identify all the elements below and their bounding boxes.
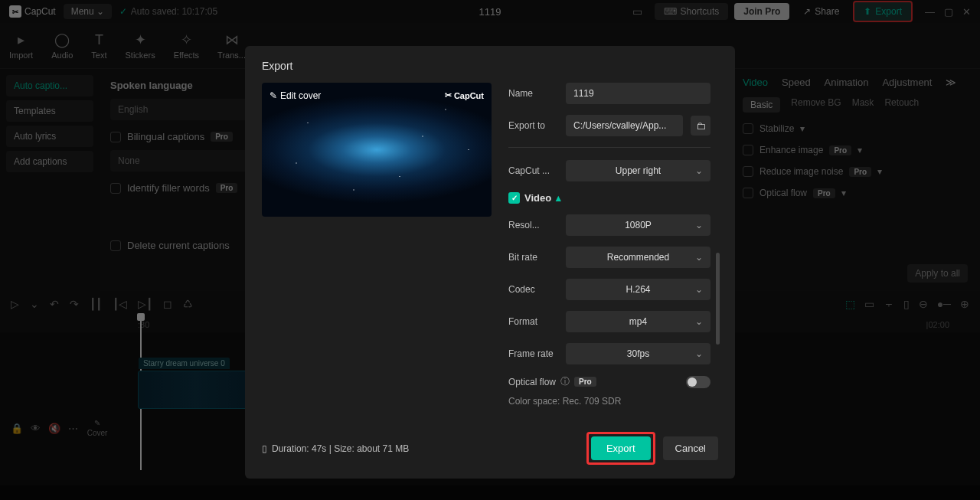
chevron-up-icon: ▴	[556, 192, 561, 204]
capcut-icon: ✂	[445, 90, 452, 100]
check-icon: ✓	[508, 192, 520, 204]
name-row: Name	[508, 83, 710, 104]
framerate-select[interactable]: 30fps	[566, 343, 710, 364]
bitrate-select[interactable]: Recommended	[566, 247, 710, 268]
codec-row: Codec H.264	[508, 279, 710, 300]
folder-icon[interactable]: 🗀	[691, 116, 710, 136]
duration-info: ▯ Duration: 47s | Size: about 71 MB	[262, 443, 409, 454]
divider	[508, 147, 710, 148]
framerate-row: Frame rate 30fps	[508, 343, 710, 364]
capcut-label: CapCut ...	[508, 165, 558, 176]
export-confirm-button[interactable]: Export	[591, 436, 651, 460]
pro-badge: Pro	[574, 377, 596, 387]
exportto-row: Export to C:/Users/cvalley/App... 🗀	[508, 115, 710, 136]
video-section-header[interactable]: ✓ Video ▴	[508, 192, 710, 204]
scrollbar[interactable]	[716, 253, 720, 345]
opticalflow-row: Optical flow ⓘ Pro	[508, 375, 710, 388]
pencil-icon: ✎	[270, 90, 277, 101]
stars-overlay	[262, 83, 492, 217]
modal-title: Export	[262, 60, 718, 72]
watermark: ✂ CapCut	[445, 90, 484, 100]
codec-label: Codec	[508, 284, 558, 295]
export-highlight: Export	[586, 432, 655, 465]
exportto-path: C:/Users/cvalley/App...	[566, 115, 683, 136]
export-modal: Export ✎ Edit cover ✂ CapCut Name Exp	[245, 46, 735, 479]
resolution-label: Resol...	[508, 220, 558, 230]
optical-toggle[interactable]	[686, 376, 710, 388]
exportto-label: Export to	[508, 120, 558, 131]
bitrate-row: Bit rate Recommended	[508, 247, 710, 268]
format-select[interactable]: mp4	[566, 311, 710, 332]
cover-preview[interactable]: ✎ Edit cover ✂ CapCut	[262, 83, 492, 217]
footer-buttons: Export Cancel	[586, 432, 718, 465]
optical-left: Optical flow ⓘ Pro	[508, 375, 596, 388]
modal-footer: ▯ Duration: 47s | Size: about 71 MB Expo…	[262, 421, 718, 465]
film-icon: ▯	[262, 443, 267, 454]
codec-select[interactable]: H.264	[566, 279, 710, 300]
framerate-label: Frame rate	[508, 348, 558, 359]
info-icon[interactable]: ⓘ	[560, 375, 570, 388]
resolution-row: Resol... 1080P	[508, 214, 710, 236]
resolution-select[interactable]: 1080P	[566, 214, 710, 236]
cancel-button[interactable]: Cancel	[663, 436, 718, 460]
edit-cover-button[interactable]: ✎ Edit cover	[270, 90, 321, 101]
capcut-wm-row: CapCut ... Upper right	[508, 160, 710, 181]
export-form: Name Export to C:/Users/cvalley/App... 🗀…	[508, 83, 718, 421]
format-row: Format mp4	[508, 311, 710, 332]
bitrate-label: Bit rate	[508, 252, 558, 263]
format-label: Format	[508, 316, 558, 327]
cover-column: ✎ Edit cover ✂ CapCut	[262, 83, 492, 421]
modal-body: ✎ Edit cover ✂ CapCut Name Export to C:/…	[262, 83, 718, 421]
watermark-position-select[interactable]: Upper right	[566, 160, 710, 181]
name-label: Name	[508, 88, 558, 99]
name-input[interactable]	[566, 83, 710, 104]
color-space-info: Color space: Rec. 709 SDR	[508, 396, 710, 407]
